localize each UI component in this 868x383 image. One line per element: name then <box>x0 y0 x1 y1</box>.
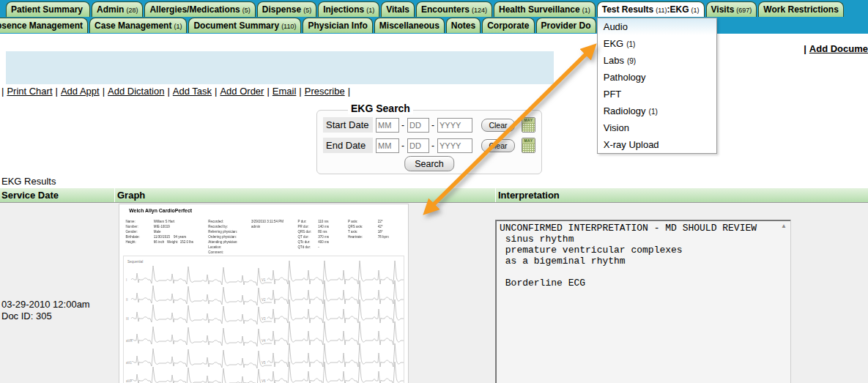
tab-label: Injections <box>323 4 364 15</box>
end-day-input[interactable] <box>407 138 429 153</box>
start-calendar-icon[interactable]: MAY <box>522 117 535 133</box>
start-date-row: Start Date - - Clear MAY <box>323 117 535 133</box>
column-divider <box>114 188 115 202</box>
end-month-input[interactable] <box>376 138 399 153</box>
end-calendar-icon[interactable]: MAY <box>522 138 535 153</box>
service-date-cell: 03-29-2010 12:00am Doc ID: 305 <box>1 299 90 322</box>
end-date-label: End Date <box>323 138 373 153</box>
tab-document-summary[interactable]: Document Summary(110) <box>188 18 301 33</box>
lead-label: aVF <box>126 379 133 383</box>
tab-miscellaneous[interactable]: Miscellaneous <box>374 18 445 33</box>
ecg-trace-grid: Sequential I II III aVR aVL aVF V1 V2 V3… <box>123 256 404 383</box>
link-add-order[interactable]: Add Order <box>220 86 264 97</box>
column-header-graph: Graph <box>117 190 145 201</box>
separator: | <box>103 86 105 97</box>
menu-item-xray-upload[interactable]: X-ray Upload <box>598 136 716 153</box>
link-add-appt[interactable]: Add Appt <box>61 86 100 97</box>
tab-dispense[interactable]: Dispense(5) <box>257 1 316 17</box>
tab-test-results[interactable]: Test Results(11):EKG(1) Audio EKG(1) Lab… <box>597 1 705 17</box>
menu-item-radiology[interactable]: Radiology(1) <box>598 103 716 119</box>
start-month-input[interactable] <box>376 118 399 133</box>
tab-encounters[interactable]: Encounters(124) <box>416 1 492 17</box>
tab-injections[interactable]: Injections(1) <box>318 1 379 17</box>
menu-item-label: Labs <box>604 55 624 66</box>
menu-item-labs[interactable]: Labs(9) <box>598 52 716 69</box>
calendar-grid <box>522 144 535 152</box>
menu-item-pathology[interactable]: Pathology <box>598 69 716 86</box>
menu-item-label: PFT <box>604 89 622 100</box>
menu-item-count: (9) <box>627 57 636 65</box>
start-day-input[interactable] <box>407 118 429 133</box>
lead-label: V1 <box>261 278 266 282</box>
menu-item-audio[interactable]: Audio <box>598 18 716 35</box>
scroll-up-icon[interactable]: ▲ <box>781 223 787 229</box>
calendar-month-label: MAY <box>522 118 535 123</box>
start-date-label: Start Date <box>323 117 373 133</box>
separator: | <box>299 86 301 97</box>
tab-visits[interactable]: Visits(697) <box>706 1 757 17</box>
tab-absence-management[interactable]: bsence Management <box>0 18 88 33</box>
link-add-dictation[interactable]: Add Dictation <box>108 86 164 97</box>
tab-label: Vitals <box>386 4 409 15</box>
tab-label: Health Surveillance <box>499 4 580 15</box>
tab-label: Notes <box>451 21 475 31</box>
tab-notes[interactable]: Notes <box>446 18 481 33</box>
tab-patient-summary[interactable]: Patient Summary <box>6 1 90 17</box>
end-clear-button[interactable]: Clear <box>481 139 515 152</box>
tab-case-management[interactable]: Case Management(1) <box>89 18 187 33</box>
tab-label: Miscellaneous <box>379 21 439 31</box>
tab-label: Patient Summary <box>11 4 83 15</box>
chart-tab-band: Patient Summary Admin(28) Allergies/Medi… <box>0 0 868 34</box>
tab-label: Encounters <box>421 4 470 15</box>
tab-label: Test Results <box>602 4 653 15</box>
patient-labels: Name: Number: Gender: Birthdate: Height: <box>125 219 139 245</box>
tab-provider-documents[interactable]: Provider Do <box>536 18 596 33</box>
menu-item-label: X-ray Upload <box>604 139 659 150</box>
lead-label: V5 <box>261 361 266 365</box>
tab-label: Visits <box>711 4 735 15</box>
separator: | <box>1 86 4 97</box>
tab-corporate[interactable]: Corporate <box>482 18 534 33</box>
tab-label-suffix: :EKG <box>667 4 689 15</box>
menu-item-label: Radiology <box>604 105 646 116</box>
patient-values: William S Hart MIE-10019 Male 11/30/1915… <box>154 219 193 245</box>
tab-label: Dispense <box>262 4 301 15</box>
tab-allergies-medications[interactable]: Allergies/Medications(5) <box>144 1 255 17</box>
start-clear-button[interactable]: Clear <box>481 119 515 132</box>
link-email[interactable]: Email <box>272 86 297 97</box>
tab-count: (697) <box>736 6 752 14</box>
search-button[interactable]: Search <box>404 156 454 171</box>
start-year-input[interactable] <box>437 118 472 133</box>
lead-label: aVL <box>126 361 133 365</box>
add-document-area: |Add Docume <box>804 43 868 54</box>
menu-item-label: Audio <box>604 21 628 32</box>
tab-work-restrictions[interactable]: Work Restrictions <box>758 1 843 17</box>
link-prescribe[interactable]: Prescribe <box>305 86 345 97</box>
menu-item-ekg[interactable]: EKG(1) <box>598 35 716 52</box>
end-date-row: End Date - - Clear MAY <box>323 138 535 153</box>
menu-item-count: (1) <box>649 108 658 116</box>
tab-physician-info[interactable]: Physician Info <box>303 18 372 33</box>
menu-item-vision[interactable]: Vision <box>598 119 716 136</box>
tab-admin[interactable]: Admin(28) <box>92 1 143 17</box>
link-print-chart[interactable]: Print Chart <box>7 86 52 97</box>
tab-count: (124) <box>472 6 487 14</box>
interpretation-textarea[interactable]: UNCONFIRMED INTERPRETATION - MD SHOULD R… <box>495 220 791 383</box>
tab-count: (5) <box>242 6 251 14</box>
ekg-graph-thumbnail[interactable]: Welch Allyn CardioPerfect Name: Number: … <box>119 204 409 383</box>
link-add-document[interactable]: Add Docume <box>809 43 868 54</box>
tab-label: Allergies/Medications <box>149 4 240 15</box>
link-add-task[interactable]: Add Task <box>173 86 212 97</box>
tab-label: Case Management <box>94 21 171 31</box>
end-year-input[interactable] <box>437 138 472 153</box>
recording-values: 3/29/2010 3:11:54 PM admin <box>251 219 283 229</box>
tab-label: bsence Management <box>0 21 83 31</box>
tab-health-surveillance[interactable]: Health Surveillance(1) <box>494 1 596 17</box>
lead-label: I <box>126 278 127 282</box>
tab-vitals[interactable]: Vitals <box>381 1 415 17</box>
tab-row-2: bsence Management Case Management(1) Doc… <box>0 18 596 33</box>
separator: | <box>167 86 169 97</box>
separator: - <box>401 141 404 151</box>
tab-row-1: Patient Summary Admin(28) Allergies/Medi… <box>6 1 844 17</box>
menu-item-pft[interactable]: PFT <box>598 86 716 103</box>
